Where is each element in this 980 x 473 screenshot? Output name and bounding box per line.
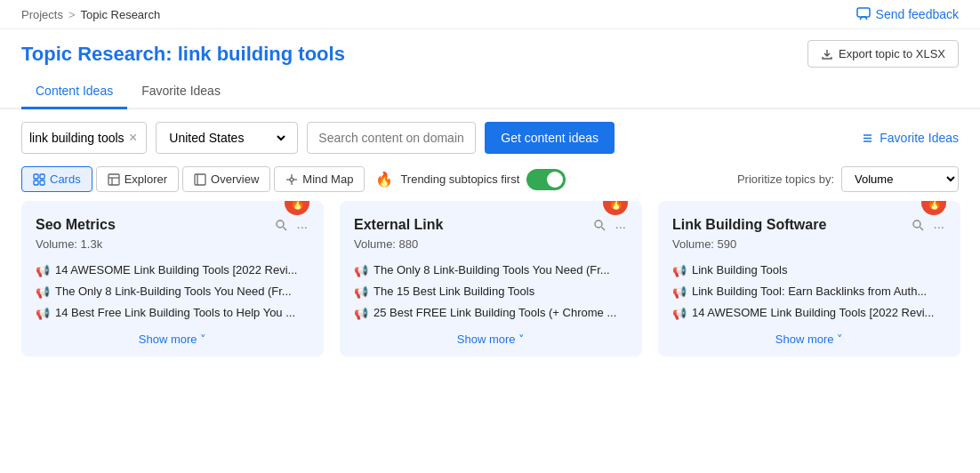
page-title-static: Topic Research:	[21, 43, 173, 65]
result-item: 📢 14 Best Free Link Building Tools to He…	[36, 306, 309, 320]
overview-icon	[194, 173, 206, 186]
explorer-label: Explorer	[125, 172, 167, 186]
svg-rect-8	[108, 174, 119, 185]
svg-rect-5	[40, 174, 44, 179]
svg-rect-11	[195, 174, 205, 185]
result-text: Link Building Tools	[692, 263, 787, 277]
result-icon: 📢	[672, 307, 687, 320]
card-results-link-building-software: 📢 Link Building Tools 📢 Link Building To…	[672, 263, 946, 320]
result-icon: 📢	[354, 264, 368, 277]
country-select-wrap[interactable]: United States United Kingdom Canada Aust…	[156, 122, 298, 154]
view-mode-mindmap[interactable]: Mind Map	[274, 166, 365, 192]
more-options-button-link-building-software[interactable]: ···	[931, 217, 946, 236]
clear-keyword-button[interactable]: ×	[127, 130, 139, 146]
export-label: Export topic to XLSX	[839, 47, 945, 60]
result-icon: 📢	[354, 307, 368, 320]
card-volume-link-building-software: Volume: 590	[672, 237, 946, 251]
search-card-button-external-link[interactable]	[591, 217, 607, 236]
controls-row: × United States United Kingdom Canada Au…	[0, 109, 980, 163]
show-more-seo-metrics[interactable]: Show more ˅	[36, 333, 309, 346]
result-text: 14 AWESOME Link Building Tools [2022 Rev…	[55, 263, 297, 277]
cards-container: 🔥 Seo Metrics ··· Volume: 1.3k 📢 14 AWES…	[0, 201, 980, 357]
result-text: The Only 8 Link-Building Tools You Need …	[374, 263, 610, 277]
svg-line-19	[284, 228, 287, 231]
page-header: Topic Research: link building tools Expo…	[0, 29, 980, 75]
result-icon: 📢	[36, 285, 50, 299]
result-text: 14 Best Free Link Building Tools to Help…	[55, 306, 295, 319]
prioritize-select[interactable]: Volume Topic Efficiency	[841, 166, 959, 192]
card-flame-seo-metrics: 🔥	[285, 201, 309, 215]
country-select[interactable]: United States United Kingdom Canada Aust…	[165, 130, 288, 146]
result-item: 📢 The Only 8 Link-Building Tools You Nee…	[36, 285, 309, 299]
keyword-search-wrap: ×	[21, 122, 147, 154]
search-card-button-seo-metrics[interactable]	[273, 217, 289, 236]
list-icon	[861, 132, 874, 145]
result-item: 📢 14 AWESOME Link Building Tools [2022 R…	[36, 263, 309, 277]
view-controls: Cards Explorer Overview	[0, 163, 980, 201]
table-icon	[108, 173, 120, 186]
right-controls: Prioritize topics by: Volume Topic Effic…	[737, 166, 959, 192]
view-mode-overview[interactable]: Overview	[182, 166, 270, 192]
result-text: 25 Best FREE Link Building Tools (+ Chro…	[374, 306, 616, 319]
get-content-ideas-button[interactable]: Get content ideas	[485, 122, 615, 154]
tab-favorite-ideas[interactable]: Favorite Ideas	[127, 75, 235, 109]
card-link-building-software: 🔥 Link Building Software ··· Volume: 590…	[658, 201, 960, 357]
result-item: 📢 14 AWESOME Link Building Tools [2022 R…	[672, 306, 946, 320]
card-results-seo-metrics: 📢 14 AWESOME Link Building Tools [2022 R…	[36, 263, 309, 320]
tab-content-ideas[interactable]: Content Ideas	[21, 75, 127, 109]
result-icon: 📢	[36, 264, 50, 277]
card-header-external-link: External Link ···	[354, 217, 628, 236]
svg-point-22	[913, 220, 920, 228]
result-icon: 📢	[354, 285, 368, 299]
keyword-input[interactable]	[29, 131, 127, 145]
toggle-knob	[547, 172, 563, 188]
result-icon: 📢	[36, 307, 50, 320]
top-bar: Projects > Topic Research Send feedback	[0, 0, 980, 29]
show-more-link-building-software[interactable]: Show more ˅	[672, 333, 946, 346]
svg-point-20	[595, 220, 602, 228]
result-text: Link Building Tool: Earn Backlinks from …	[692, 285, 927, 298]
result-item: 📢 25 Best FREE Link Building Tools (+ Ch…	[354, 306, 628, 320]
result-text: The Only 8 Link-Building Tools You Need …	[55, 285, 292, 298]
card-volume-seo-metrics: Volume: 1.3k	[36, 237, 309, 251]
favorite-ideas-button[interactable]: Favorite Ideas	[861, 131, 959, 145]
view-mode-cards[interactable]: Cards	[21, 166, 92, 192]
card-title-seo-metrics: Seo Metrics	[36, 217, 116, 233]
card-flame-link-building-software: 🔥	[921, 201, 946, 215]
breadcrumb-separator: >	[68, 8, 76, 21]
result-item: 📢 Link Building Tool: Earn Backlinks fro…	[672, 285, 946, 299]
trending-toggle[interactable]	[526, 169, 566, 190]
view-modes: Cards Explorer Overview	[21, 166, 365, 192]
show-more-external-link[interactable]: Show more ˅	[354, 333, 628, 346]
view-mode-explorer[interactable]: Explorer	[96, 166, 179, 192]
card-title-external-link: External Link	[354, 217, 443, 233]
svg-rect-4	[34, 174, 38, 179]
result-text: 14 AWESOME Link Building Tools [2022 Rev…	[692, 306, 934, 319]
more-options-button-seo-metrics[interactable]: ···	[294, 217, 309, 236]
get-ideas-label: Get content ideas	[501, 131, 598, 145]
card-header-seo-metrics: Seo Metrics ···	[36, 217, 309, 236]
result-item: 📢 The 15 Best Link Building Tools	[354, 285, 628, 299]
breadcrumb-current: Topic Research	[81, 8, 161, 21]
prioritize-label: Prioritize topics by:	[737, 172, 834, 186]
card-header-link-building-software: Link Building Software ···	[672, 217, 946, 236]
svg-point-13	[290, 178, 293, 181]
result-item: 📢 Link Building Tools	[672, 263, 946, 277]
search-card-button-link-building-software[interactable]	[910, 217, 926, 236]
svg-rect-0	[857, 8, 870, 17]
trending-row: 🔥 Trending subtopics first	[375, 169, 566, 190]
card-volume-external-link: Volume: 880	[354, 237, 628, 251]
send-feedback-label: Send feedback	[876, 7, 959, 21]
domain-search-input[interactable]	[307, 122, 476, 154]
svg-rect-6	[34, 180, 38, 185]
more-options-button-external-link[interactable]: ···	[613, 217, 628, 236]
send-feedback-button[interactable]: Send feedback	[856, 7, 959, 21]
search-icon	[912, 219, 924, 231]
card-actions-seo-metrics: ···	[273, 217, 309, 236]
search-icon	[593, 219, 606, 231]
card-actions-external-link: ···	[591, 217, 628, 236]
export-button[interactable]: Export topic to XLSX	[807, 40, 959, 68]
breadcrumb: Projects > Topic Research	[21, 8, 160, 21]
trending-label: Trending subtopics first	[400, 172, 519, 186]
breadcrumb-projects[interactable]: Projects	[21, 8, 63, 21]
